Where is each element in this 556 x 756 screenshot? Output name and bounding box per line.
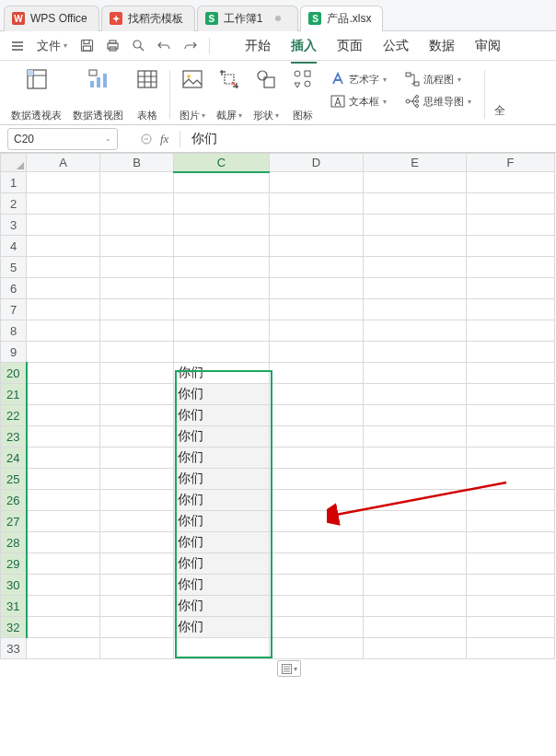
cell-E8[interactable] xyxy=(364,320,467,342)
name-box[interactable]: C20 ⌄ xyxy=(7,128,118,150)
row-header-22[interactable]: 22 xyxy=(1,405,27,426)
cell-B20[interactable] xyxy=(100,363,174,384)
cell-B22[interactable] xyxy=(100,405,174,426)
cell-D20[interactable] xyxy=(270,363,364,384)
cell-B31[interactable] xyxy=(100,596,174,617)
cell-D22[interactable] xyxy=(270,405,364,426)
cell-F22[interactable] xyxy=(467,405,555,426)
cell-F24[interactable] xyxy=(467,448,555,469)
row-header-5[interactable]: 5 xyxy=(1,257,27,278)
cell-C3[interactable] xyxy=(174,215,270,236)
table-button[interactable]: 表格 xyxy=(129,64,166,124)
autofill-options-button[interactable]: ▾ xyxy=(277,660,301,677)
cell-B8[interactable] xyxy=(100,320,174,342)
cell-C23[interactable]: 你们 xyxy=(174,426,270,448)
row-header-32[interactable]: 32 xyxy=(1,617,27,638)
cell-B5[interactable] xyxy=(100,257,174,278)
cell-F8[interactable] xyxy=(467,320,555,342)
cell-E26[interactable] xyxy=(364,490,467,511)
cell-A20[interactable] xyxy=(27,363,100,384)
cell-E33[interactable] xyxy=(364,638,467,659)
icon-button[interactable]: 图标 xyxy=(284,64,321,124)
cell-C8[interactable] xyxy=(174,320,270,342)
ribbon-tab-review[interactable]: 审阅 xyxy=(475,34,501,58)
flowchart-button[interactable]: 流程图▾ xyxy=(401,70,475,88)
row-header-9[interactable]: 9 xyxy=(1,342,27,363)
cell-C27[interactable]: 你们 xyxy=(174,511,270,532)
screenshot-button[interactable]: 截屏▾ xyxy=(211,64,248,124)
cell-B28[interactable] xyxy=(100,532,174,553)
cell-E29[interactable] xyxy=(364,553,467,575)
cell-D21[interactable] xyxy=(270,384,364,405)
tab-workbook-1[interactable]: S 工作簿1 xyxy=(197,6,299,31)
cell-F26[interactable] xyxy=(467,490,555,511)
fx-icon[interactable]: fx xyxy=(160,132,168,146)
cell-E23[interactable] xyxy=(364,426,467,448)
column-header-A[interactable]: A xyxy=(27,154,100,172)
cell-D25[interactable] xyxy=(270,469,364,490)
cell-B3[interactable] xyxy=(100,215,174,236)
ribbon-tab-start[interactable]: 开始 xyxy=(245,34,271,58)
ribbon-tab-formula[interactable]: 公式 xyxy=(383,34,409,58)
cell-C24[interactable]: 你们 xyxy=(174,448,270,469)
cell-A31[interactable] xyxy=(27,596,100,617)
cell-B27[interactable] xyxy=(100,511,174,532)
cell-A9[interactable] xyxy=(27,342,100,363)
ribbon-tab-data[interactable]: 数据 xyxy=(429,34,455,58)
cell-D4[interactable] xyxy=(270,236,364,257)
cell-B21[interactable] xyxy=(100,384,174,405)
cell-B29[interactable] xyxy=(100,553,174,575)
cell-F7[interactable] xyxy=(467,299,555,320)
cell-B33[interactable] xyxy=(100,638,174,659)
row-header-24[interactable]: 24 xyxy=(1,448,27,469)
cell-D24[interactable] xyxy=(270,448,364,469)
cell-B2[interactable] xyxy=(100,193,174,215)
cell-B32[interactable] xyxy=(100,617,174,638)
formula-bar-value[interactable]: 你们 xyxy=(191,131,217,147)
cell-F27[interactable] xyxy=(467,511,555,532)
cell-F30[interactable] xyxy=(467,575,555,596)
cell-F23[interactable] xyxy=(467,426,555,448)
row-header-30[interactable]: 30 xyxy=(1,575,27,596)
cell-F9[interactable] xyxy=(467,342,555,363)
cell-A30[interactable] xyxy=(27,575,100,596)
cell-A32[interactable] xyxy=(27,617,100,638)
tab-product-xlsx[interactable]: S 产品.xlsx xyxy=(300,6,383,31)
tab-wps-office[interactable]: W WPS Office xyxy=(4,6,99,31)
cell-A22[interactable] xyxy=(27,405,100,426)
cell-F6[interactable] xyxy=(467,278,555,299)
cell-B26[interactable] xyxy=(100,490,174,511)
save-button[interactable] xyxy=(75,34,98,58)
row-header-28[interactable]: 28 xyxy=(1,532,27,553)
cell-C29[interactable]: 你们 xyxy=(174,553,270,575)
cell-A3[interactable] xyxy=(27,215,100,236)
cell-F33[interactable] xyxy=(467,638,555,659)
row-header-21[interactable]: 21 xyxy=(1,384,27,405)
cell-E25[interactable] xyxy=(364,469,467,490)
row-header-6[interactable]: 6 xyxy=(1,278,27,299)
cell-B6[interactable] xyxy=(100,278,174,299)
cell-A27[interactable] xyxy=(27,511,100,532)
column-header-C[interactable]: C xyxy=(174,154,270,172)
cell-D2[interactable] xyxy=(270,193,364,215)
cell-C21[interactable]: 你们 xyxy=(174,384,270,405)
cell-A23[interactable] xyxy=(27,426,100,448)
cell-D23[interactable] xyxy=(270,426,364,448)
select-all-corner[interactable] xyxy=(1,154,27,172)
cell-D1[interactable] xyxy=(270,172,364,193)
cell-D29[interactable] xyxy=(270,553,364,575)
cell-F5[interactable] xyxy=(467,257,555,278)
cell-E7[interactable] xyxy=(364,299,467,320)
picture-button[interactable]: 图片▾ xyxy=(174,64,211,124)
mindmap-button[interactable]: 思维导图▾ xyxy=(401,92,475,110)
cell-E27[interactable] xyxy=(364,511,467,532)
cell-A26[interactable] xyxy=(27,490,100,511)
row-header-1[interactable]: 1 xyxy=(1,172,27,193)
cell-C28[interactable]: 你们 xyxy=(174,532,270,553)
cell-D9[interactable] xyxy=(270,342,364,363)
row-header-8[interactable]: 8 xyxy=(1,320,27,342)
cell-C22[interactable]: 你们 xyxy=(174,405,270,426)
cell-F31[interactable] xyxy=(467,596,555,617)
ribbon-tab-page[interactable]: 页面 xyxy=(337,34,363,58)
cell-A6[interactable] xyxy=(27,278,100,299)
